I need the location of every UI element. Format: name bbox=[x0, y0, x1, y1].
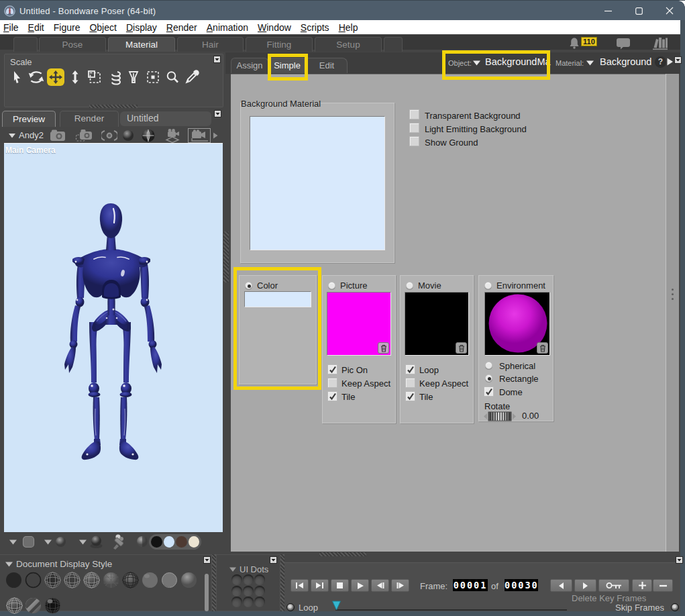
maximize-button[interactable] bbox=[623, 1, 654, 21]
display-style-sphere-4[interactable] bbox=[83, 571, 101, 589]
play-button[interactable] bbox=[351, 579, 369, 592]
translate-in-out-tool[interactable] bbox=[66, 68, 84, 86]
room-tab-material[interactable]: Material bbox=[108, 37, 175, 52]
trackball-icon[interactable] bbox=[121, 129, 135, 142]
loop-toggle[interactable] bbox=[286, 603, 295, 611]
menu-display[interactable]: Display bbox=[126, 22, 157, 33]
room-tab-stub-end[interactable] bbox=[384, 37, 403, 52]
tab-edit[interactable]: Edit bbox=[306, 58, 348, 73]
room-tab-stub[interactable] bbox=[13, 37, 38, 52]
display-style-sphere-10[interactable] bbox=[5, 597, 23, 615]
uidots-dropdown-icon[interactable] bbox=[229, 566, 237, 572]
material-panel-collapse-icon[interactable] bbox=[674, 56, 682, 64]
picture-trash-button[interactable] bbox=[378, 342, 389, 354]
orbit-camera-icon[interactable] bbox=[101, 129, 117, 142]
lighting-dropdown-icon[interactable] bbox=[78, 539, 87, 546]
dds-scrollbar[interactable] bbox=[205, 574, 209, 611]
display-style-sphere-5[interactable] bbox=[102, 571, 120, 589]
ui-dot-3[interactable] bbox=[254, 574, 265, 585]
camera-plane-icon[interactable] bbox=[141, 128, 156, 143]
chat-bubble-icon[interactable] bbox=[616, 38, 631, 50]
notifications-bell-icon[interactable] bbox=[569, 37, 580, 49]
minimize-button[interactable] bbox=[592, 1, 623, 21]
edit-keyframes-button[interactable] bbox=[598, 579, 629, 592]
display-style-sphere-0[interactable] bbox=[5, 571, 23, 589]
hand-camera-icon[interactable] bbox=[74, 129, 93, 142]
room-tab-hair[interactable]: Hair bbox=[177, 37, 244, 52]
rotate-tool[interactable] bbox=[28, 68, 45, 86]
menu-figure[interactable]: Figure bbox=[54, 22, 81, 33]
library-icon[interactable] bbox=[652, 36, 668, 50]
display-style-sphere-1[interactable] bbox=[24, 571, 42, 589]
picture-radio[interactable] bbox=[328, 282, 335, 289]
scale-tool[interactable] bbox=[86, 68, 103, 86]
face-camera-icon[interactable] bbox=[49, 129, 66, 142]
picture-tile-checkbox[interactable] bbox=[327, 391, 337, 401]
light-emitting-background-checkbox[interactable] bbox=[409, 123, 419, 133]
movie-tile-checkbox[interactable] bbox=[405, 391, 415, 401]
scale-panel-collapse-icon[interactable] bbox=[213, 56, 221, 63]
shadow-color-well[interactable] bbox=[176, 536, 187, 548]
material-dropdown-icon[interactable] bbox=[586, 60, 594, 66]
foreground-color-well[interactable] bbox=[151, 536, 162, 548]
display-style-sphere-6[interactable] bbox=[121, 571, 140, 589]
display-style-sphere-9[interactable] bbox=[180, 571, 198, 589]
rotate-value[interactable]: 0.00 bbox=[522, 411, 539, 421]
color-picker-tool[interactable] bbox=[183, 68, 201, 86]
depth-cue-icon[interactable] bbox=[22, 535, 35, 548]
display-style-sphere-11[interactable] bbox=[24, 597, 42, 615]
delete-keyframe-button[interactable] bbox=[653, 579, 673, 592]
style-brush-icon[interactable] bbox=[109, 533, 128, 551]
display-style-sphere-2[interactable] bbox=[44, 571, 62, 589]
right-splitter[interactable] bbox=[666, 74, 679, 552]
twist-tool[interactable] bbox=[105, 68, 123, 86]
display-style-sphere-12[interactable] bbox=[44, 597, 62, 615]
ui-dot-7[interactable] bbox=[231, 597, 242, 607]
ui-dot-1[interactable] bbox=[231, 574, 242, 585]
ui-dot-8[interactable] bbox=[243, 597, 254, 607]
preview-panel-collapse-icon[interactable] bbox=[214, 110, 221, 117]
menu-animation[interactable]: Animation bbox=[207, 22, 248, 33]
total-frames-display[interactable]: 00030 bbox=[505, 579, 538, 591]
next-key-button[interactable] bbox=[574, 579, 596, 592]
menu-render[interactable]: Render bbox=[166, 22, 197, 33]
ui-dot-2[interactable] bbox=[243, 574, 254, 585]
next-frame-button[interactable] bbox=[391, 579, 409, 592]
figure-andy2[interactable] bbox=[4, 144, 223, 533]
ground-shadow-toggle-icon[interactable] bbox=[136, 535, 148, 548]
menu-object[interactable]: Object bbox=[89, 22, 116, 33]
rectangle-radio[interactable] bbox=[485, 374, 492, 382]
ui-dot-9[interactable] bbox=[254, 597, 265, 607]
morph-tool[interactable] bbox=[144, 68, 162, 86]
transparent-background-checkbox[interactable] bbox=[409, 109, 419, 119]
room-tab-setup[interactable]: Setup bbox=[315, 37, 382, 52]
movie-radio[interactable] bbox=[406, 282, 413, 289]
uidots-collapse-icon[interactable] bbox=[270, 556, 277, 564]
ui-dots-grid[interactable] bbox=[231, 574, 272, 611]
room-tab-fitting[interactable]: Fitting bbox=[246, 37, 313, 52]
material-selector-value[interactable]: Background bbox=[600, 56, 651, 67]
background-color-well[interactable] bbox=[164, 536, 175, 548]
ui-dot-4[interactable] bbox=[231, 586, 242, 597]
timeline-track[interactable] bbox=[335, 609, 567, 611]
figure-selector[interactable]: Andy2 bbox=[19, 130, 44, 140]
zoom-tool[interactable] bbox=[164, 68, 181, 86]
display-style-sphere-8[interactable] bbox=[160, 571, 178, 589]
background-material-preview[interactable] bbox=[250, 116, 385, 250]
menu-file[interactable]: File bbox=[3, 22, 19, 33]
dolly-camera-icon[interactable] bbox=[162, 128, 182, 143]
movie-trash-button[interactable] bbox=[456, 342, 467, 354]
pic-on-checkbox[interactable] bbox=[327, 364, 337, 374]
previous-key-button[interactable] bbox=[550, 579, 572, 592]
ui-dot-5[interactable] bbox=[243, 586, 254, 597]
tab-render[interactable]: Render bbox=[60, 111, 119, 127]
movie-keep-aspect-checkbox[interactable] bbox=[405, 378, 415, 388]
menu-scripts[interactable]: Scripts bbox=[301, 22, 329, 33]
menu-window[interactable]: Window bbox=[258, 22, 291, 33]
document-name[interactable]: Untitled bbox=[120, 111, 211, 126]
panel-resize-grip[interactable] bbox=[89, 105, 138, 108]
lighting-sphere-icon[interactable] bbox=[89, 535, 103, 549]
ui-dot-6[interactable] bbox=[254, 586, 265, 597]
document-viewport[interactable]: Main Camera bbox=[4, 143, 223, 532]
picture-swatch[interactable] bbox=[327, 292, 391, 356]
